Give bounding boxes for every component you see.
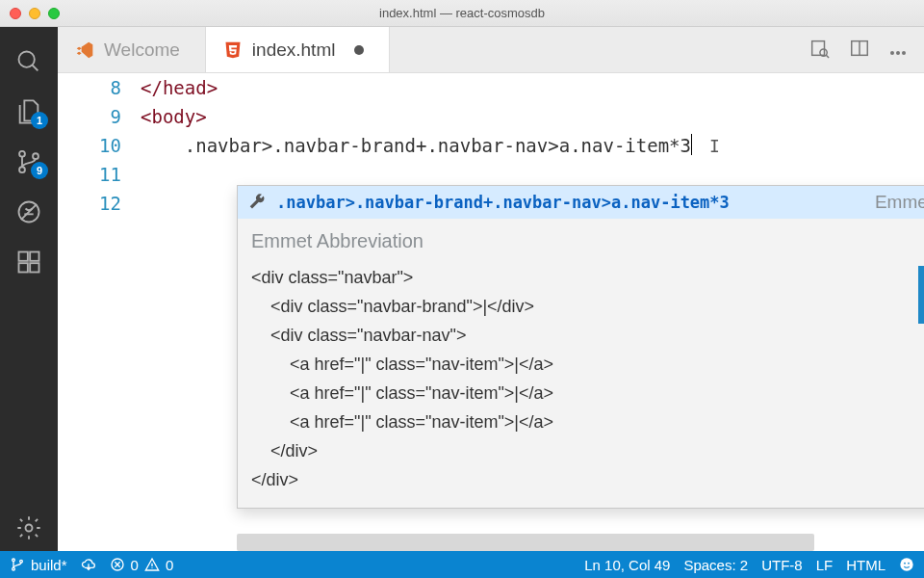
more-actions-button[interactable] [889, 41, 907, 59]
bug-disabled-icon [15, 198, 42, 225]
svg-rect-10 [30, 263, 38, 272]
window-titlebar: index.html — react-cosmosdb [0, 0, 924, 27]
svg-rect-8 [30, 252, 38, 261]
status-cursor-position[interactable]: Ln 10, Col 49 [584, 557, 670, 573]
split-editor-button[interactable] [849, 38, 870, 63]
smile-icon [899, 557, 914, 572]
activity-bar: 1 9 [0, 27, 58, 551]
activity-debug[interactable] [0, 189, 58, 235]
svg-rect-7 [19, 252, 28, 261]
svg-point-19 [20, 560, 23, 563]
wrench-icon [247, 193, 267, 212]
status-encoding[interactable]: UTF-8 [761, 557, 803, 573]
extensions-icon [15, 249, 42, 276]
activity-extensions[interactable] [0, 239, 58, 285]
status-sync[interactable] [81, 557, 96, 572]
cloud-sync-icon [81, 557, 96, 572]
line-number-gutter: 8 9 10 11 12 [58, 73, 141, 218]
emmet-preview: <div class="navbar"> <div class="navbar-… [251, 263, 924, 494]
activity-settings[interactable] [0, 505, 58, 551]
horizontal-scrollbar[interactable] [237, 534, 814, 551]
window-title: index.html — react-cosmosdb [0, 6, 924, 20]
svg-line-1 [33, 66, 38, 71]
svg-point-18 [13, 567, 15, 570]
explorer-badge: 1 [31, 112, 48, 129]
svg-rect-9 [19, 263, 28, 272]
svg-point-26 [900, 558, 912, 570]
ibeam-icon: I [709, 132, 721, 149]
svg-point-11 [26, 525, 33, 532]
editor-area: Welcome index.html [58, 27, 924, 551]
branch-icon [10, 557, 25, 572]
minimap[interactable] [907, 73, 924, 551]
tab-label: Welcome [104, 39, 180, 61]
error-icon [110, 557, 125, 572]
search-icon [15, 48, 42, 75]
svg-point-28 [908, 563, 910, 565]
status-bar: build* 0 0 Ln 10, Col 49 Spaces: 2 UTF-8… [0, 551, 924, 578]
status-problems[interactable]: 0 0 [110, 557, 174, 573]
dirty-indicator-icon [354, 45, 364, 55]
suggest-widget[interactable]: .navbar>.navbar-brand+.navbar-nav>a.nav-… [237, 185, 924, 509]
svg-point-4 [33, 153, 38, 159]
open-changes-button[interactable] [808, 38, 830, 63]
html5-icon [223, 40, 243, 60]
status-eol[interactable]: LF [816, 557, 834, 573]
svg-line-6 [21, 204, 37, 220]
status-branch[interactable]: build* [10, 557, 67, 573]
activity-search[interactable] [0, 39, 58, 85]
code-editor[interactable]: 8 9 10 11 12 </head> <body> .navbar>.nav… [58, 73, 924, 551]
split-icon [849, 38, 870, 59]
tab-label: index.html [252, 39, 336, 61]
activity-scm[interactable]: 9 [0, 139, 58, 185]
activity-explorer[interactable]: 1 [0, 89, 58, 135]
gear-icon [15, 514, 42, 541]
suggest-detail-title: Emmet Abbreviation [251, 226, 924, 255]
svg-line-14 [826, 55, 829, 58]
suggest-detail: × Emmet Abbreviation <div class="navbar"… [238, 219, 924, 508]
tab-welcome[interactable]: Welcome [58, 27, 206, 72]
warning-icon [144, 557, 160, 572]
svg-point-0 [19, 52, 35, 67]
svg-point-2 [19, 151, 25, 157]
preview-icon [808, 38, 830, 59]
svg-rect-12 [812, 40, 825, 55]
status-indent[interactable]: Spaces: 2 [683, 557, 748, 573]
vscode-icon [75, 40, 94, 60]
svg-point-27 [904, 563, 906, 565]
emmet-abbr-text: .navbar>.navbar-brand+.navbar-nav>a.nav-… [185, 135, 691, 156]
editor-tab-bar: Welcome index.html [58, 27, 924, 73]
suggest-abbr: .navbar>.navbar-brand+.navbar-nav>a.nav-… [276, 188, 730, 217]
svg-point-3 [19, 167, 25, 172]
status-language[interactable]: HTML [846, 557, 886, 573]
suggest-item[interactable]: .navbar>.navbar-brand+.navbar-nav>a.nav-… [238, 186, 924, 219]
scm-badge: 9 [31, 162, 48, 179]
status-feedback[interactable] [899, 557, 914, 572]
tab-index-html[interactable]: index.html [206, 27, 391, 72]
svg-point-17 [13, 559, 15, 562]
text-cursor [691, 134, 692, 155]
